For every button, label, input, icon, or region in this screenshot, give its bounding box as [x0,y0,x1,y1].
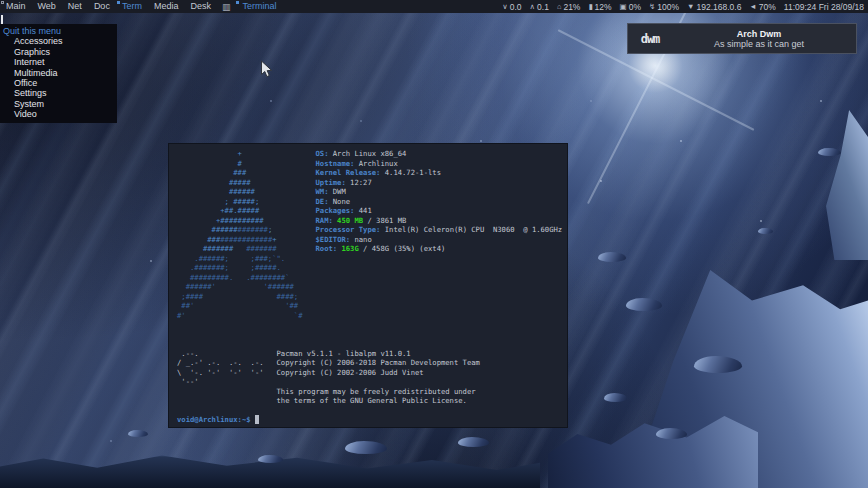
menu-item-graphics[interactable]: Graphics [0,47,117,57]
tag-label: Media [154,1,179,11]
terminal-screen[interactable]: + OS: Arch Linux x86_64 # Hostname: Arch… [177,149,567,425]
battery-level-value: 100% [657,2,679,12]
menu-item-internet[interactable]: Internet [0,57,117,67]
floating-rock [604,393,627,402]
floating-rock [758,228,773,234]
tag-label: Web [38,1,56,11]
tag-label: Doc [94,1,110,11]
floating-rock [694,356,742,373]
window-title-label: Terminal [242,1,276,11]
mouse-pointer-icon [260,60,273,79]
net-up-speed-value: 0.1 [537,2,549,12]
dwm-statusbar: MainWebNetDocTermMediaDesk ▥ Terminal ∨0… [0,0,868,13]
tag-list: MainWebNetDocTermMediaDesk [0,0,217,13]
net-up-speed-icon: ∧ [530,2,536,11]
floating-rock [656,428,687,439]
menu-item-accessories[interactable]: Accessories [0,36,117,46]
text-cursor [1,15,3,24]
tag-net[interactable]: Net [62,0,88,13]
status-net-up-speed: ∧0.1 [530,2,549,12]
notification-text: Arch Dwm As simple as it can get [672,29,856,49]
tag-label: Net [68,1,82,11]
status-net-down-speed: ∨0.0 [502,2,521,12]
floating-rock [458,437,489,447]
floating-rock [626,298,662,311]
cpu-usage-icon: ▣ [620,2,627,11]
menu-item-multimedia[interactable]: Multimedia [0,68,117,78]
tag-client-indicator [117,1,120,4]
tag-doc[interactable]: Doc [88,0,116,13]
status-clock: 11:09:24 Fri 28/09/18 [784,2,864,12]
clock-value: 11:09:24 Fri 28/09/18 [784,2,864,12]
floating-rock [258,455,283,463]
tag-term[interactable]: Term [116,0,148,13]
tag-main[interactable]: Main [0,0,32,13]
floating-rock [818,148,841,156]
tag-media[interactable]: Media [148,0,185,13]
layout-symbol-icon[interactable]: ▥ [217,2,236,12]
volume-level-value: 70% [759,2,776,12]
floating-rock [128,430,148,437]
net-down-speed-value: 0.0 [510,2,522,12]
floating-rock [598,252,626,262]
tag-client-indicator [1,1,4,4]
status-volume-level: ◄70% [749,2,775,12]
notification-title: Arch Dwm [672,29,846,39]
cpu-usage-value: 0% [629,2,641,12]
status-disk-usage: ⌂21% [557,2,581,12]
terminal-window[interactable]: + OS: Arch Linux x86_64 # Hostname: Arch… [168,143,568,428]
tag-label: Main [6,1,26,11]
floating-rock [345,441,387,454]
notification-subtitle: As simple as it can get [672,39,846,49]
tag-label: Desk [190,1,211,11]
disk-usage-icon: ⌂ [557,2,562,11]
app-menu: Quit this menu AccessoriesGraphicsIntern… [0,24,117,123]
notification-popup[interactable]: dwm Arch Dwm As simple as it can get [627,23,857,54]
status-area: ∨0.0∧0.1⌂21%▮12%▣0%↯100%▼192.168.0.6◄70%… [494,0,868,13]
tag-desk[interactable]: Desk [184,0,217,13]
focused-client-indicator [236,1,239,4]
memory-usage-icon: ▮ [588,2,592,11]
menu-item-quit[interactable]: Quit this menu [0,26,117,36]
status-memory-usage: ▮12% [588,2,611,12]
tag-web[interactable]: Web [32,0,62,13]
net-down-speed-icon: ∨ [502,2,508,11]
status-cpu-usage: ▣0% [620,2,641,12]
network-ip-value: 192.168.0.6 [696,2,741,12]
desktop: MainWebNetDocTermMediaDesk ▥ Terminal ∨0… [0,0,868,488]
menu-item-system[interactable]: System [0,99,117,109]
menu-item-video[interactable]: Video [0,109,117,119]
dwm-logo: dwm [628,32,672,46]
disk-usage-value: 21% [563,2,580,12]
window-title[interactable]: Terminal [235,0,280,13]
memory-usage-value: 12% [595,2,612,12]
network-ip-icon: ▼ [687,2,694,11]
volume-level-icon: ◄ [749,2,756,11]
menu-item-office[interactable]: Office [0,78,117,88]
menu-item-settings[interactable]: Settings [0,88,117,98]
status-network-ip: ▼192.168.0.6 [687,2,741,12]
battery-level-icon: ↯ [649,2,655,11]
tag-label: Term [122,1,142,11]
status-battery-level: ↯100% [649,2,679,12]
